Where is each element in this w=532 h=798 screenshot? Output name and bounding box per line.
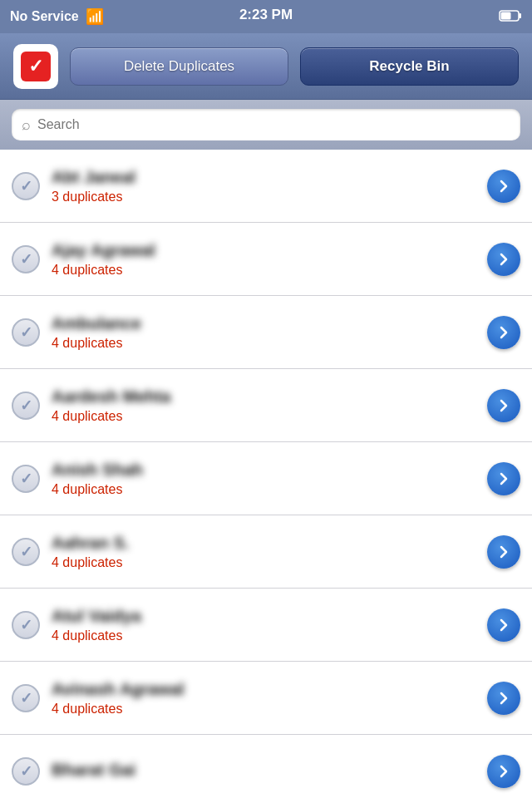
chevron-button[interactable]: [487, 243, 520, 276]
search-bar: ⌕: [0, 100, 532, 150]
list-item[interactable]: ✓ Abt Janeal 3 duplicates: [0, 150, 532, 223]
contact-name: Anish Shah: [52, 461, 477, 480]
check-circle[interactable]: ✓: [12, 465, 40, 493]
list-item[interactable]: ✓ Avinash Agrawal 4 duplicates: [0, 662, 532, 735]
duplicate-count: 4 duplicates: [52, 409, 477, 424]
delete-duplicates-button[interactable]: Delete Duplicates: [70, 47, 288, 86]
checkmark-icon: ✓: [21, 52, 51, 81]
contact-name: Atul Vaidya: [52, 607, 477, 626]
check-circle[interactable]: ✓: [12, 538, 40, 566]
signal-label: No Service: [10, 9, 79, 24]
list-item[interactable]: ✓ Ajay Agrawal 4 duplicates: [0, 223, 532, 296]
item-content: Abt Janeal 3 duplicates: [52, 168, 477, 204]
checkmark: ✓: [20, 471, 32, 486]
contact-list: ✓ Abt Janeal 3 duplicates ✓ Ajay Agrawal…: [0, 150, 532, 798]
check-circle[interactable]: ✓: [12, 245, 40, 273]
check-circle[interactable]: ✓: [12, 684, 40, 712]
item-content: Aahran S. 4 duplicates: [52, 534, 477, 570]
chevron-button[interactable]: [487, 316, 520, 349]
chevron-button[interactable]: [487, 462, 520, 495]
contact-name: Aardesh Mehta: [52, 387, 477, 406]
duplicate-count: 4 duplicates: [52, 628, 477, 643]
recycle-bin-button[interactable]: Recycle Bin: [300, 47, 519, 86]
wifi-icon: 📶: [86, 7, 104, 26]
check-circle[interactable]: ✓: [12, 392, 40, 420]
item-content: Bharat Gai: [52, 761, 477, 782]
checkmark: ✓: [20, 618, 32, 633]
contact-name: Abt Janeal: [52, 168, 477, 187]
checkmark: ✓: [20, 544, 32, 559]
check-circle[interactable]: ✓: [12, 611, 40, 639]
item-content: Anish Shah 4 duplicates: [52, 461, 477, 497]
item-content: Aardesh Mehta 4 duplicates: [52, 387, 477, 424]
chevron-button[interactable]: [487, 682, 520, 715]
chevron-button[interactable]: [487, 608, 520, 642]
check-circle[interactable]: ✓: [12, 318, 40, 347]
battery-icon: [499, 9, 522, 25]
contact-name: Bharat Gai: [52, 761, 477, 780]
list-item[interactable]: ✓ Anish Shah 4 duplicates: [0, 442, 532, 515]
list-item[interactable]: ✓ Ambulance 4 duplicates: [0, 296, 532, 369]
check-circle[interactable]: ✓: [12, 757, 40, 786]
duplicate-count: 4 duplicates: [52, 263, 477, 278]
contact-name: Ambulance: [52, 314, 477, 333]
duplicate-count: 4 duplicates: [52, 336, 477, 351]
chevron-button[interactable]: [487, 535, 520, 569]
list-item[interactable]: ✓ Bharat Gai: [0, 735, 532, 798]
contact-name: Ajay Agrawal: [52, 241, 477, 260]
chevron-button[interactable]: [487, 389, 520, 422]
svg-rect-1: [519, 13, 521, 18]
list-item[interactable]: ✓ Aahran S. 4 duplicates: [0, 515, 532, 589]
check-circle[interactable]: ✓: [12, 172, 40, 200]
status-bar: No Service 📶 2:23 PM: [0, 0, 532, 33]
duplicate-count: 4 duplicates: [52, 482, 477, 497]
duplicate-count: 4 duplicates: [52, 702, 477, 717]
checkmark: ✓: [20, 252, 32, 267]
search-icon: ⌕: [22, 116, 31, 134]
duplicate-count: 3 duplicates: [52, 190, 477, 204]
duplicate-count: 4 duplicates: [52, 555, 477, 570]
contact-name: Aahran S.: [52, 534, 477, 553]
list-item[interactable]: ✓ Aardesh Mehta 4 duplicates: [0, 369, 532, 442]
toolbar: ✓ Delete Duplicates Recycle Bin: [0, 33, 532, 100]
svg-rect-2: [501, 12, 511, 19]
checkmark: ✓: [20, 691, 32, 706]
list-item[interactable]: ✓ Atul Vaidya 4 duplicates: [0, 589, 532, 662]
checkmark: ✓: [20, 325, 32, 340]
checkmark: ✓: [20, 764, 32, 779]
search-wrapper: ⌕: [12, 109, 520, 140]
checkmark: ✓: [20, 179, 32, 194]
item-content: Atul Vaidya 4 duplicates: [52, 607, 477, 643]
item-content: Avinash Agrawal 4 duplicates: [52, 680, 477, 717]
checkmark: ✓: [20, 398, 32, 413]
item-content: Ajay Agrawal 4 duplicates: [52, 241, 477, 278]
contact-name: Avinash Agrawal: [52, 680, 477, 699]
item-content: Ambulance 4 duplicates: [52, 314, 477, 351]
app-icon: ✓: [13, 44, 58, 89]
search-input[interactable]: [37, 117, 510, 132]
chevron-button[interactable]: [487, 170, 520, 203]
time-label: 2:23 PM: [239, 7, 293, 23]
chevron-button[interactable]: [487, 755, 520, 788]
